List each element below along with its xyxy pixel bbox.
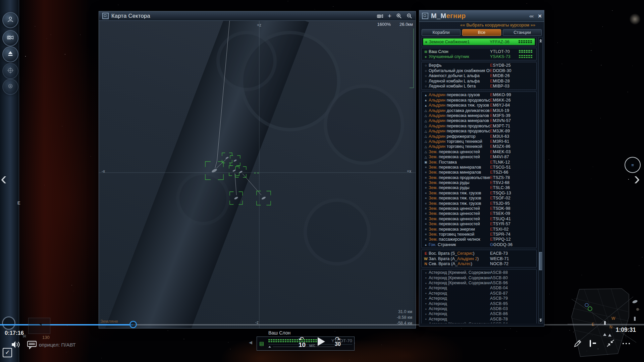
play-button[interactable]: [318, 337, 325, 346]
list-item[interactable]: ▲Альдринперевозка грузовEM6KO-99: [423, 93, 535, 98]
total-duration: 1:09:31: [600, 326, 636, 334]
list-item[interactable]: ≡Зем.перевозка ценностейETSYR-57: [423, 222, 535, 227]
list-item[interactable]: ●Астероид [Кремний, Содержание=24]ASCB-9…: [423, 280, 535, 285]
list-item[interactable]: △Альдринперевозка минераловEM3VN-57: [423, 118, 535, 123]
panel-scrollbar[interactable]: [538, 37, 543, 323]
object-code: EACB-73: [490, 251, 519, 256]
list-item[interactable]: ○Аванпост добычи L альфаEMIDB-26: [423, 73, 535, 78]
collapse-button[interactable]: ‹‹‹: [529, 13, 533, 19]
sidebar-button-pilot[interactable]: [2, 12, 18, 28]
svg-text:W: W: [611, 316, 615, 321]
list-item[interactable]: EВос. Врата (S_Сегарис)EACB-73: [423, 251, 535, 256]
list-item[interactable]: ●Астероид [Кремний, Содержание=37]ASCB-8…: [423, 270, 535, 275]
list-item[interactable]: △Зем.перевозка ценностейEM4EK-03: [423, 149, 535, 154]
asteroid-icon: ●: [423, 318, 429, 320]
list-item[interactable]: ○Орбитальный док снабжения ОККEDODB-30: [423, 68, 535, 73]
more-options-icon[interactable]: [623, 343, 630, 344]
subtitles-icon[interactable]: [27, 340, 38, 351]
sidebar-button-station[interactable]: [2, 79, 18, 95]
list-item[interactable]: ○Ледяной комбайн L альфаEMIDB-28: [423, 78, 535, 83]
list-item[interactable]: ●Астероид [Кремний, Содержание=27]ASCB-8…: [423, 275, 535, 280]
prev-chevron-icon[interactable]: ‹: [1, 169, 7, 187]
volume-icon[interactable]: [11, 340, 21, 351]
list-item[interactable]: △Альдринперевозка продовольствияEM3PT-71: [423, 123, 535, 128]
close-button[interactable]: ×: [538, 12, 541, 20]
list-item[interactable]: ▴Гон.СтранникGGODQ-36: [423, 242, 535, 247]
zoom-in-icon[interactable]: [396, 13, 402, 19]
list-item[interactable]: ●АстероидASCB-78: [423, 316, 535, 321]
pick-coordinates-hint[interactable]: «« Выбрать координаты курсором »»: [460, 22, 535, 27]
list-item[interactable]: ○Ледяной комбайн L бетаEMIBP-03: [423, 83, 535, 88]
star: [549, 294, 550, 294]
list-item[interactable]: △Зем.перевозка ценностейEM4VI-87: [423, 154, 535, 159]
panel-title-bar[interactable]: М_Мегнир ‹‹‹ ×: [419, 10, 544, 22]
scroll-down-button[interactable]: [539, 317, 542, 323]
scroll-up-button[interactable]: [539, 38, 542, 44]
sidebar-ring-button[interactable]: [2, 316, 15, 330]
edit-pencil-icon[interactable]: [573, 339, 582, 349]
map-title-bar[interactable]: Карта Сектора +: [99, 11, 416, 21]
star: [593, 167, 593, 167]
star: [601, 65, 601, 65]
list-item[interactable]: △АльдринрефрижераторEM3UI-63: [423, 134, 535, 139]
list-item[interactable]: WЗап. Врата (А_Альдрин 2)WECB-71: [423, 256, 535, 261]
list-item[interactable]: ∗Улучшенный спутникYSAKS-73: [423, 54, 535, 59]
list-item-selected[interactable]: ◈Земное Снабжение1YFFAZ-36: [423, 38, 535, 45]
list-item[interactable]: NСев. Врата (А_Альтес)NOCB-72: [423, 261, 535, 266]
list-item[interactable]: ●АстероидASDB-03: [423, 306, 535, 311]
list-item[interactable]: ○ВерфьESYDB-25: [423, 63, 535, 68]
list-item[interactable]: ●АстероидASCB-86: [423, 311, 535, 316]
list-item[interactable]: ≡Зем.перевозка продовольствияETSZS-78: [423, 175, 535, 180]
exit-fullscreen-icon[interactable]: [606, 339, 615, 349]
sidebar-button-target[interactable]: [2, 63, 18, 79]
list-item[interactable]: △Альдринперевозка продовольствияEM3JK-89: [423, 128, 535, 133]
list-item[interactable]: ≡Зем.перевозка рудыETSVJ-68: [423, 180, 535, 185]
list-item[interactable]: ●Астероид [Кремний, Содержание=32]ASCB-9…: [423, 322, 535, 323]
list-item[interactable]: ≡Зем.перевозка рудыETSLC-36: [423, 185, 535, 190]
list-item[interactable]: ≡Зем.перевозка ценностейETSUQ-41: [423, 216, 535, 221]
list-item[interactable]: ▲Альдринперевозка продовольствияEM6KK-26: [423, 98, 535, 103]
camera-icon[interactable]: [377, 14, 383, 18]
ship-icon: ≡: [423, 212, 429, 215]
list-item[interactable]: ≡Зем.перевозка минераловETSZI-66: [423, 170, 535, 175]
map-viewport[interactable]: » « 1600% 26.0км +z -x +x -z 31.0 км-8.5…: [99, 21, 416, 328]
list-item[interactable]: ●АстероидASCB-79: [423, 296, 535, 301]
star: [632, 66, 633, 66]
list-item[interactable]: ≡Зем.перевозка тяж. грузовETSQG-13: [423, 190, 535, 195]
pip-icon[interactable]: [590, 341, 591, 347]
list-item[interactable]: ▤Ваш СлонYTLOT-70: [423, 49, 535, 54]
list-item[interactable]: ▲Альдринперевозка тяж. грузовEM6YJ-84: [423, 103, 535, 108]
video-seekbar[interactable]: [0, 324, 644, 325]
list-item[interactable]: ≡Зем.перевозка тяж. грузовETSJD-95: [423, 201, 535, 206]
list-item[interactable]: ●АстероидASCB-87: [423, 291, 535, 296]
rewind-seconds: 10: [299, 341, 306, 349]
tab-корабли[interactable]: Корабли: [422, 29, 461, 36]
list-item[interactable]: △Альдринторговец техникойEM3ZX-86: [423, 144, 535, 149]
list-item[interactable]: △Альдриндоставка деликатесовEM3UI-19: [423, 108, 535, 113]
next-chevron-icon[interactable]: ›: [634, 169, 640, 187]
sidebar-button-eject-ship[interactable]: [2, 46, 18, 62]
tab-все[interactable]: Все: [462, 29, 501, 36]
zoom-out-icon[interactable]: [407, 13, 412, 19]
list-item[interactable]: ≡Зем.перевозка энергииETSXI-02: [423, 227, 535, 232]
object-name: Астероид: [429, 301, 490, 306]
object-name: Зем.перевозка минералов: [429, 165, 490, 170]
list-item[interactable]: ≡Зем.пассажирский челнокETPPQ-12: [423, 237, 535, 242]
list-item[interactable]: ●АстероидASCB-95: [423, 301, 535, 306]
list-item[interactable]: ≡Зем.торговец техникойETSPR-74: [423, 232, 535, 237]
tab-станции[interactable]: Станции: [503, 29, 542, 36]
rewind-button[interactable]: ↶ 10: [299, 336, 306, 349]
sidebar-button-video-camera[interactable]: [2, 30, 18, 46]
list-item[interactable]: △Альдринторговец техникойEM3RI-61: [423, 139, 535, 144]
list-item[interactable]: ●АстероидASDB-04: [423, 286, 535, 291]
add-icon[interactable]: +: [388, 13, 391, 19]
list-item[interactable]: ▣Зем.ПоставкаETLNK-12: [423, 160, 535, 165]
list-item[interactable]: ≡Зем.перевозка ценностейETSDK-98: [423, 206, 535, 211]
forward-button[interactable]: ↷ 30: [335, 336, 341, 347]
scrollbar-thumb[interactable]: [539, 252, 542, 270]
list-item[interactable]: ≡Зем.перевозка ценностейETSEK-09: [423, 211, 535, 216]
list-item[interactable]: ≡Зем.перевозка тяж. грузовETSOF-02: [423, 196, 535, 201]
checkbox-icon[interactable]: ✓: [3, 348, 12, 357]
list-item[interactable]: ≡Зем.перевозка минераловETSCG-51: [423, 165, 535, 170]
list-item[interactable]: △Альдринперевозка минераловEM3FS-39: [423, 113, 535, 118]
